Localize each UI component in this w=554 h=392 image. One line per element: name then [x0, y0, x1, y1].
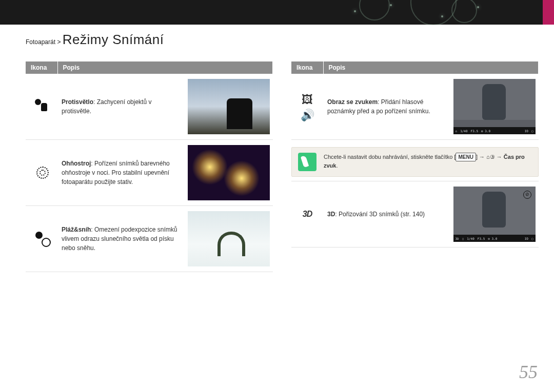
- right-table: Ikona Popis 🖼🔊 Obraz se zvukem: Přidání …: [291, 61, 539, 247]
- accent-strip: [543, 0, 554, 25]
- thumb-backlight: [188, 79, 270, 134]
- lcd-statusbar-3d: 3D ▯ 1/40 F3.5 ⚙ 3.0 IO ▢: [453, 235, 536, 242]
- top-banner: [0, 0, 554, 25]
- tip-text: Chcete-li nastavit dobu nahrávání, stisk…: [324, 153, 532, 170]
- row-desc: Ohňostroj: Pořízení snímků barevného ohň…: [57, 140, 186, 206]
- left-table: Ikona Popis Protisvětlo: Zachycení objek…: [26, 61, 273, 272]
- menu-key: MENU: [456, 153, 476, 161]
- left-column: Ikona Popis Protisvětlo: Zachycení objek…: [26, 61, 273, 272]
- lcd-statusbar2: ⌂ 1/40 F3.5 ⚙ 3.0 IO ▢: [453, 127, 536, 134]
- thumb-snow: [188, 211, 270, 266]
- thumb-fireworks: [188, 145, 270, 200]
- banner-decoration: [349, 0, 503, 31]
- th-icon: Ikona: [26, 61, 57, 74]
- breadcrumb-sep: >: [57, 38, 61, 46]
- tip-box: Chcete-li nastavit dobu nahrávání, stisk…: [291, 147, 539, 177]
- th-desc: Popis: [323, 61, 539, 74]
- th-icon: Ikona: [291, 61, 323, 74]
- row-desc: Obraz se zvukem: Přidání hlasové poznámk…: [323, 74, 451, 140]
- beach-snow-icon: [34, 230, 49, 245]
- row-desc: 3D: Pořizování 3D snímků (str. 140): [323, 181, 451, 247]
- table-row: Chcete-li nastavit dobu nahrávání, stisk…: [291, 140, 539, 181]
- no-flash-icon: ⊘: [523, 191, 531, 199]
- row-desc: Pláž&sníh: Omezení podexpozice snímků vl…: [57, 206, 186, 272]
- backlight-icon: [34, 98, 49, 113]
- table-row: 3D 3D: Pořizování 3D snímků (str. 140) ⊘…: [291, 181, 539, 247]
- thumb-lcd-3d: ⊘ 3D ▯ 1/40 F3.5 ⚙ 3.0 IO ▢: [453, 187, 536, 242]
- 3d-icon: 3D: [300, 207, 315, 222]
- tip-pen-icon: [298, 153, 316, 171]
- table-row: Protisvětlo: Zachycení objektů v protisv…: [26, 74, 273, 140]
- table-row: Pláž&sníh: Omezení podexpozice snímků vl…: [26, 206, 273, 272]
- right-column: Ikona Popis 🖼🔊 Obraz se zvukem: Přidání …: [291, 61, 539, 272]
- table-row: 🖼🔊 Obraz se zvukem: Přidání hlasové pozn…: [291, 74, 539, 140]
- th-desc: Popis: [57, 61, 273, 74]
- fireworks-icon: [34, 164, 49, 179]
- page-number: 55: [519, 361, 538, 383]
- sound-picture-icon: 🖼🔊: [300, 92, 315, 108]
- row-desc: Protisvětlo: Zachycení objektů v protisv…: [57, 74, 186, 140]
- table-row: Ohňostroj: Pořízení snímků barevného ohň…: [26, 140, 273, 206]
- breadcrumb-parent: Fotoaparát: [26, 38, 55, 46]
- thumb-lcd-sound: 00:05 00:10 ⌂ 1/40 F3.5 ⚙ 3.0 IO: [453, 79, 536, 134]
- page-title: Režimy Snímání: [63, 32, 164, 47]
- breadcrumb: Fotoaparát > Režimy Snímání: [0, 25, 164, 48]
